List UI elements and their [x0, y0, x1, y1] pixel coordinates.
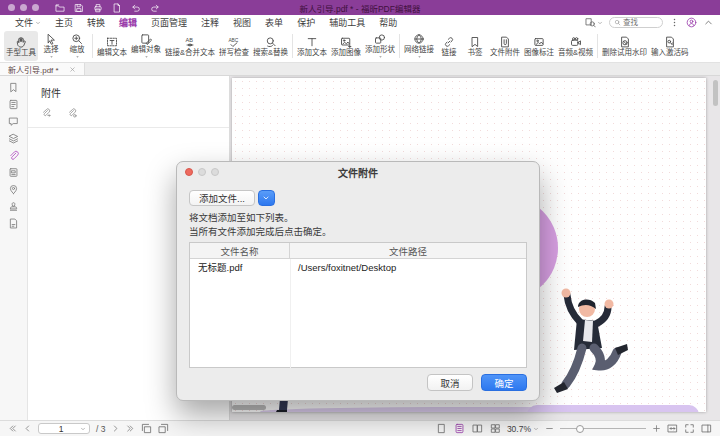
page-continuous-icon[interactable] [454, 423, 465, 434]
add-file-button[interactable]: 添加文件... [189, 190, 255, 206]
toolbar-activation-button[interactable]: 输入激活码 [649, 31, 691, 61]
nav-sidebar-item[interactable] [3, 113, 25, 130]
fit-width-button[interactable] [667, 423, 678, 434]
table-body: 无标题.pdf /Users/foxitnet/Desktop [190, 259, 526, 368]
toolbar-select-button[interactable]: 选择 [38, 31, 64, 61]
toolbar-add-image-button[interactable]: 添加图像 [329, 31, 363, 61]
doc-icon[interactable] [112, 3, 122, 13]
find-replace-button[interactable] [585, 17, 603, 28]
toolbar-remove-watermark-button[interactable]: 删除试用水印 [600, 31, 649, 61]
save-icon[interactable] [74, 3, 84, 13]
page-facing-icon[interactable] [472, 423, 483, 434]
nav-sidebar-item[interactable] [3, 130, 25, 147]
last-page-button[interactable] [126, 424, 135, 433]
account-avatar[interactable] [686, 17, 697, 28]
menu-item[interactable]: 转换 [80, 16, 112, 29]
document-tab[interactable]: 新人引导.pdf * [0, 63, 85, 75]
nav-sidebar-item[interactable] [3, 79, 25, 96]
vertical-scrollbar[interactable] [712, 78, 719, 410]
vertical-scrollbar-thumb[interactable] [713, 80, 718, 106]
nav-sidebar-item[interactable] [3, 215, 25, 232]
menu-item[interactable]: 视图 [226, 16, 258, 29]
redo-icon[interactable] [150, 3, 160, 13]
chevron-down-icon [417, 55, 422, 59]
toolbar-add-text-button[interactable]: 添加文本 [295, 31, 329, 61]
menu-item[interactable]: 保护 [290, 16, 322, 29]
page-number-box[interactable] [38, 423, 90, 434]
toolbar-image-annot-button[interactable]: 图像标注 [522, 31, 556, 61]
close-tab-icon[interactable] [69, 66, 76, 73]
nav-sidebar-item[interactable] [3, 96, 25, 113]
minimize-button[interactable] [20, 4, 27, 11]
toolbar-video-button[interactable]: 音频&视频 [556, 31, 595, 61]
toolbar-link-text-button[interactable]: AB 链接&合并文本 [163, 31, 217, 61]
toolbar-spell-check-button[interactable]: ABC 拼写检查 [217, 31, 251, 61]
toolbar-separator [292, 34, 293, 58]
zoom-in-button[interactable] [652, 424, 661, 433]
next-page-button[interactable] [111, 424, 120, 433]
menu-item[interactable]: 主页 [48, 16, 80, 29]
toolbar-hand-button[interactable]: 手型工具 [4, 31, 38, 61]
dialog-close-button[interactable] [185, 168, 193, 176]
open-icon[interactable] [55, 3, 65, 13]
menu-item[interactable]: 注释 [194, 16, 226, 29]
zoom-slider[interactable] [560, 424, 646, 434]
read-mode-button[interactable] [701, 423, 712, 434]
maximize-button[interactable] [32, 4, 39, 11]
zoom-out-button[interactable] [545, 424, 554, 433]
undo-icon[interactable] [131, 3, 141, 13]
toolbar-zoom-button[interactable]: 缩放 [64, 31, 90, 61]
collapse-toolbar-button[interactable] [703, 17, 714, 28]
toolbar-items: 手型工具 选择 缩放 编辑文本 编辑对象 AB 链接&合并文本 ABC 拼写检查… [4, 30, 691, 62]
cancel-button[interactable]: 取消 [427, 374, 473, 391]
menu-item[interactable]: 页面管理 [144, 16, 194, 29]
previous-view-button[interactable] [141, 423, 152, 434]
search-box[interactable] [609, 17, 663, 28]
attach-open-icon[interactable] [41, 108, 51, 118]
ok-button[interactable]: 确定 [481, 374, 527, 391]
horizontal-scrollbar[interactable] [232, 405, 266, 410]
toolbar-file-attach-button[interactable]: 文件附件 [488, 31, 522, 61]
page-single-icon[interactable] [436, 423, 447, 434]
toolbar-link-button[interactable]: 链接 [436, 31, 462, 61]
toolbar-edit-object-button[interactable]: 编辑对象 [129, 31, 163, 61]
toolbar-add-shape-button[interactable]: 添加形状 [363, 31, 397, 61]
fields-icon [8, 218, 19, 229]
menu-item[interactable]: 帮助 [372, 16, 404, 29]
toolbar-search-replace-button[interactable]: 搜索&替换 [251, 31, 290, 61]
attach-settings-icon[interactable] [67, 108, 77, 118]
nav-sidebar-item[interactable] [3, 198, 25, 215]
search-replace-icon [265, 36, 277, 48]
nav-sidebar-item[interactable] [3, 147, 25, 164]
add-file-dropdown-button[interactable] [258, 190, 275, 206]
first-page-button[interactable] [8, 424, 17, 433]
next-view-button[interactable] [158, 423, 169, 434]
menu-item[interactable]: 辅助工具 [322, 16, 372, 29]
page-number-input[interactable] [42, 424, 80, 434]
svg-text:AB: AB [186, 37, 194, 43]
dialog-footer: 取消 确定 [427, 374, 527, 391]
menu-item[interactable]: 表单 [258, 16, 290, 29]
more-options-button[interactable] [669, 17, 680, 28]
zoom-icon [71, 33, 83, 45]
menu-item[interactable]: 编辑 [112, 16, 144, 29]
nav-sidebar-item[interactable] [3, 181, 25, 198]
chevron-down-icon [49, 55, 54, 59]
toolbar-bookmark-button[interactable]: 书签 [462, 31, 488, 61]
dialog-hint-1: 将文档添加至如下列表。 [189, 212, 527, 223]
close-button[interactable] [8, 4, 15, 11]
fullscreen-button[interactable] [684, 423, 695, 434]
zoom-level[interactable]: 30.7% [507, 424, 539, 434]
toolbar-edit-text-button[interactable]: 编辑文本 [95, 31, 129, 61]
toolbar-web-link-button[interactable]: 网络链接 [402, 31, 436, 61]
zoom-slider-knob[interactable] [576, 425, 584, 433]
print-icon[interactable] [93, 3, 103, 13]
search-icon [614, 19, 621, 26]
menu-item[interactable]: 文件 [8, 16, 48, 29]
add-image-icon [340, 36, 352, 48]
page-quad-icon[interactable] [490, 423, 501, 434]
table-row[interactable]: 无标题.pdf /Users/foxitnet/Desktop [190, 259, 526, 275]
search-input[interactable] [623, 18, 658, 27]
nav-sidebar-item[interactable] [3, 164, 25, 181]
previous-page-button[interactable] [23, 424, 32, 433]
